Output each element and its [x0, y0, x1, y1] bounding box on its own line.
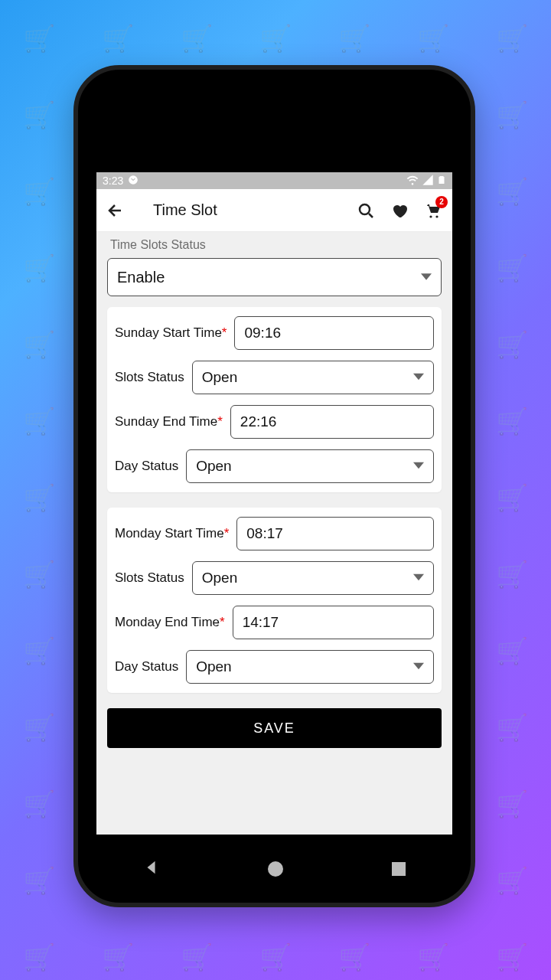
svg-point-2 — [435, 215, 438, 217]
end-time-label: Sunday End Time* — [115, 414, 223, 430]
signal-icon — [422, 174, 434, 188]
day-status-select[interactable]: Open — [186, 449, 434, 483]
chevron-down-icon — [421, 269, 432, 286]
start-time-label: Monday Start Time* — [115, 526, 229, 541]
status-bar: 3:23 — [96, 172, 452, 189]
start-time-label: Sunday Start Time* — [115, 325, 227, 341]
nav-recent-button[interactable] — [392, 862, 406, 876]
search-button[interactable] — [356, 201, 376, 220]
page-title: Time Slot — [153, 201, 217, 219]
battery-icon — [437, 174, 446, 188]
nav-back-button[interactable] — [143, 859, 160, 879]
cart-button[interactable]: 2 — [423, 201, 443, 220]
slot-status-select[interactable]: Open — [192, 361, 434, 394]
back-button[interactable] — [106, 201, 126, 220]
chevron-down-icon — [413, 369, 424, 386]
android-navbar — [89, 846, 460, 892]
section-subtitle: Time Slots Status — [107, 232, 442, 258]
day-status-select[interactable]: Open — [186, 650, 434, 684]
save-button[interactable]: SAVE — [107, 708, 442, 748]
day-card: Sunday Start Time* 09:16 Slots Status Op… — [107, 307, 442, 492]
enable-select-value: Enable — [117, 269, 165, 286]
nav-home-button[interactable] — [268, 861, 283, 877]
slot-status-select[interactable]: Open — [192, 561, 434, 595]
chevron-down-icon — [413, 570, 424, 586]
day-card: Monday Start Time* 08:17 Slots Status Op… — [107, 508, 442, 693]
slot-status-label: Slots Status — [115, 370, 184, 385]
chevron-down-icon — [413, 658, 424, 675]
start-time-input[interactable]: 08:17 — [236, 517, 434, 550]
status-sync-icon — [128, 175, 139, 188]
day-status-label: Day Status — [115, 659, 178, 675]
status-time: 3:23 — [103, 175, 123, 187]
app-bar: Time Slot 2 — [96, 189, 452, 232]
favorites-button[interactable] — [390, 201, 409, 220]
wifi-icon — [406, 174, 419, 188]
chevron-down-icon — [413, 458, 424, 475]
start-time-input[interactable]: 09:16 — [234, 316, 434, 350]
end-time-input[interactable]: 14:17 — [233, 606, 434, 639]
day-status-label: Day Status — [115, 459, 178, 474]
app-screen: 3:23 Time Slot — [96, 172, 452, 835]
content-area: Time Slots Status Enable Sunday Start Ti… — [96, 232, 452, 835]
end-time-input[interactable]: 22:16 — [230, 405, 434, 439]
enable-select[interactable]: Enable — [107, 258, 442, 296]
end-time-label: Monday End Time* — [115, 615, 225, 630]
svg-point-1 — [429, 215, 432, 217]
slot-status-label: Slots Status — [115, 570, 184, 586]
cart-badge: 2 — [435, 196, 448, 208]
phone-frame: 3:23 Time Slot — [73, 65, 475, 907]
svg-point-0 — [360, 204, 370, 214]
